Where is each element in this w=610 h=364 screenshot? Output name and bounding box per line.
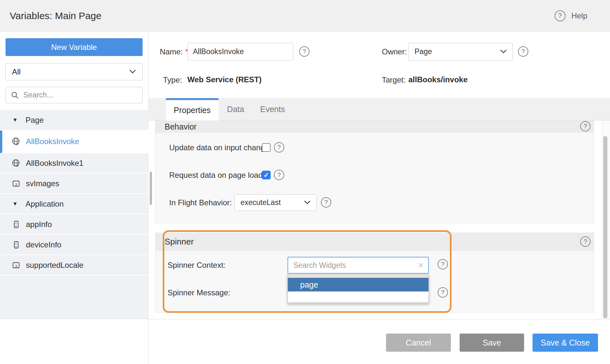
- panel-divider: [149, 319, 610, 319]
- update-on-input-checkbox[interactable]: [262, 143, 271, 152]
- clear-icon[interactable]: ×: [413, 260, 428, 270]
- tree-item-deviceinfo[interactable]: x∞ deviceInfo: [0, 235, 149, 255]
- in-flight-select[interactable]: executeLast: [234, 194, 317, 211]
- request-on-load-label: Request data on page load: [169, 171, 263, 179]
- owner-value: Page: [415, 47, 432, 56]
- triangle-down-icon: ▼: [12, 117, 18, 123]
- new-variable-button[interactable]: New Variable: [6, 38, 143, 56]
- tree-item-appinfo[interactable]: x∞ appInfo: [0, 214, 149, 235]
- type-value: Web Service (REST): [187, 75, 262, 84]
- dropdown-option-page[interactable]: page: [288, 278, 428, 291]
- in-flight-label: In Flight Behavior:: [169, 194, 232, 211]
- tree-group-label: Page: [26, 116, 44, 125]
- sidebar-search: [6, 87, 143, 103]
- save-button[interactable]: Save: [460, 334, 524, 352]
- tab-strip: Properties Data Events: [149, 98, 610, 120]
- spinner-context-dropdown: page: [287, 274, 429, 303]
- page-title: Variables: Main Page: [10, 0, 101, 31]
- svg-text:x: x: [15, 263, 18, 268]
- tree-item-label: deviceInfo: [26, 240, 61, 249]
- help-label: Help: [571, 11, 587, 20]
- tree-item-label: svImages: [26, 179, 59, 188]
- tree-item-allbooksinvoke1[interactable]: x AllBooksInvoke1: [0, 153, 149, 174]
- svg-text:x: x: [16, 163, 19, 168]
- variables-dialog: Variables: Main Page ? Help New Variable…: [0, 0, 610, 364]
- search-icon: [11, 91, 19, 99]
- tab-properties[interactable]: Properties: [166, 98, 218, 120]
- tree-item-label: AllBooksInvoke1: [26, 159, 83, 168]
- in-flight-help-icon[interactable]: ?: [321, 197, 331, 208]
- behavior-section-header: Behavior ?: [155, 120, 594, 133]
- tree-group-page[interactable]: ▼ Page: [0, 110, 149, 131]
- device-variable-icon: x∞: [12, 240, 21, 249]
- owner-help-icon[interactable]: ?: [518, 46, 528, 57]
- spinner-help-icon[interactable]: ?: [580, 236, 591, 247]
- behavior-help-icon[interactable]: ?: [580, 121, 591, 131]
- name-input[interactable]: [187, 43, 293, 61]
- target-label: Target:: [382, 75, 405, 85]
- tree-group-label: Application: [26, 199, 64, 209]
- owner-select[interactable]: Page: [408, 43, 513, 61]
- main-scrollbar-thumb[interactable]: [603, 136, 607, 318]
- tree-item-allbooksinvoke[interactable]: x AllBooksInvoke: [0, 131, 149, 153]
- static-variable-icon: x: [12, 179, 21, 188]
- dropdown-top-sliver: [288, 275, 428, 278]
- tree-item-supportedlocale[interactable]: x supportedLocale: [0, 255, 149, 276]
- device-variable-icon: x∞: [12, 220, 21, 229]
- spinner-section-header: Spinner ?: [155, 233, 594, 251]
- owner-label: Owner:*: [382, 43, 413, 61]
- behavior-section-title: Behavior: [165, 122, 197, 131]
- variable-tree: ▼ Page x AllBooksInvoke x AllBooksInvoke…: [0, 110, 149, 319]
- tab-events[interactable]: Events: [253, 98, 292, 120]
- svg-text:x: x: [16, 141, 19, 146]
- save-and-close-button[interactable]: Save & Close: [533, 334, 598, 352]
- tree-item-label: AllBooksInvoke: [26, 137, 79, 146]
- name-help-icon[interactable]: ?: [299, 46, 310, 57]
- type-label: Type:: [163, 75, 182, 85]
- spinner-message-help-icon[interactable]: ?: [438, 287, 448, 298]
- sidebar-scrollbar-thumb[interactable]: [150, 172, 152, 205]
- update-on-input-help-icon[interactable]: ?: [274, 142, 284, 153]
- help-icon: ?: [555, 10, 566, 21]
- service-variable-icon: x: [12, 137, 21, 146]
- chevron-down-icon: [129, 70, 136, 74]
- tab-data[interactable]: Data: [218, 98, 253, 120]
- search-input[interactable]: [23, 91, 137, 99]
- tree-item-svimages[interactable]: x svImages: [0, 174, 149, 194]
- help-button[interactable]: ? Help: [555, 0, 587, 31]
- variable-filter-select[interactable]: All: [5, 63, 143, 80]
- variable-filter-value: All: [12, 67, 21, 76]
- tree-item-label: supportedLocale: [26, 261, 83, 270]
- target-value: allBooks/invoke: [408, 75, 468, 84]
- spinner-context-help-icon[interactable]: ?: [438, 259, 448, 269]
- svg-text:∞: ∞: [15, 245, 17, 248]
- service-variable-icon: x: [12, 159, 21, 168]
- spinner-context-input[interactable]: [288, 261, 413, 270]
- chevron-down-icon: [304, 200, 311, 205]
- spinner-context-field: ×: [287, 257, 429, 274]
- spinner-context-label: Spinner Context:: [168, 257, 226, 274]
- request-on-load-checkbox[interactable]: ✓: [262, 171, 271, 179]
- tree-item-label: appInfo: [26, 220, 52, 229]
- dropdown-empty-area: [288, 291, 428, 302]
- svg-text:∞: ∞: [15, 224, 17, 228]
- request-on-load-help-icon[interactable]: ?: [274, 170, 284, 180]
- name-label: Name:*: [160, 43, 188, 61]
- spinner-section-title: Spinner: [165, 237, 194, 247]
- chevron-down-icon: [500, 50, 507, 54]
- svg-text:x: x: [15, 181, 18, 186]
- cancel-button[interactable]: Cancel: [386, 334, 451, 352]
- update-on-input-label: Update data on input change: [169, 143, 269, 152]
- in-flight-value: executeLast: [240, 198, 281, 207]
- triangle-down-icon: ▼: [12, 201, 18, 207]
- tree-group-application[interactable]: ▼ Application: [0, 194, 149, 214]
- static-variable-icon: x: [12, 261, 21, 270]
- spinner-message-label: Spinner Message:: [168, 284, 230, 301]
